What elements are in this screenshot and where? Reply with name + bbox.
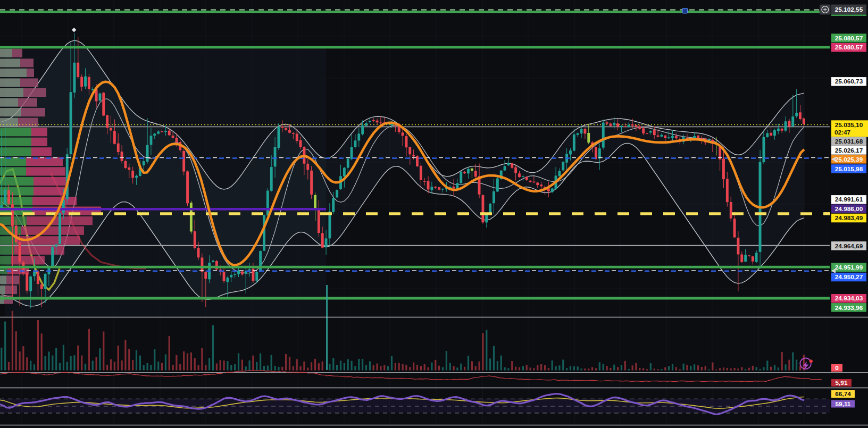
svg-text:25.035,10: 25.035,10 — [835, 121, 863, 129]
svg-text:25.025,39: 25.025,39 — [835, 156, 863, 163]
svg-text:24.986,00: 24.986,00 — [835, 205, 863, 213]
svg-text:25.080,57: 25.080,57 — [835, 44, 863, 51]
svg-text:24.964,69: 24.964,69 — [835, 242, 863, 250]
svg-text:25.102,55: 25.102,55 — [835, 6, 863, 13]
svg-text:0: 0 — [835, 364, 839, 372]
svg-text:24.991,61: 24.991,61 — [835, 196, 863, 203]
svg-text:24.934,03: 24.934,03 — [835, 295, 863, 302]
svg-text:5,91: 5,91 — [836, 379, 848, 387]
svg-text:24.983,49: 24.983,49 — [835, 214, 863, 222]
svg-text:66,74: 66,74 — [835, 390, 851, 398]
svg-text:25.015,98: 25.015,98 — [835, 165, 863, 173]
svg-text:24.950,27: 24.950,27 — [835, 273, 863, 281]
svg-text:24.951,99: 24.951,99 — [835, 264, 863, 271]
svg-text:25.031,68: 25.031,68 — [835, 138, 863, 145]
svg-text:24.933,96: 24.933,96 — [835, 304, 863, 312]
svg-text:25.026,17: 25.026,17 — [835, 147, 863, 154]
svg-text:25.060,73: 25.060,73 — [835, 78, 863, 85]
svg-text:25.080,57: 25.080,57 — [835, 35, 863, 42]
svg-text:59,11: 59,11 — [836, 400, 851, 408]
svg-text:02:47: 02:47 — [834, 129, 851, 136]
